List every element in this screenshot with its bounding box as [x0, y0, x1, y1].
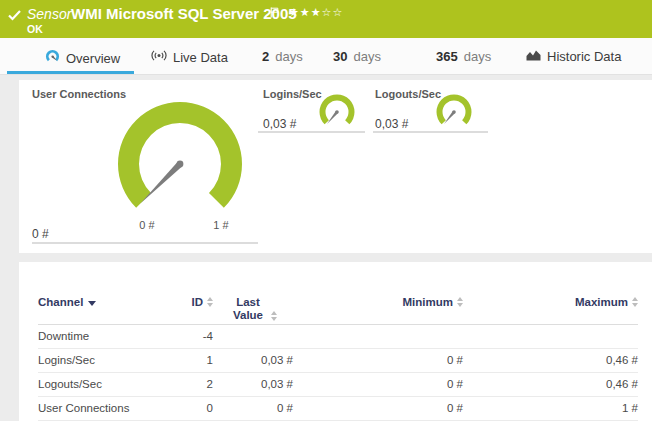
column-header-last-value-label: Last Value [229, 296, 267, 322]
logins-sec-value: 0,03 # [263, 117, 296, 131]
maximum-cell [463, 324, 638, 348]
tab-365-days-label: days [464, 49, 491, 64]
table-row-user-connections[interactable]: User Connections 0 0 # 0 # 1 # [38, 396, 638, 420]
sort-icon [271, 311, 277, 321]
tab-historic-data[interactable]: Historic Data [526, 49, 621, 64]
tab-2-days-label: days [275, 49, 302, 64]
status-badge: OK [27, 23, 43, 35]
tab-30-days-label: days [353, 49, 380, 64]
column-header-minimum-label: Minimum [403, 296, 453, 308]
maximum-cell: 0,46 # [463, 372, 638, 396]
column-header-maximum[interactable]: Maximum [463, 280, 638, 324]
prtg-sensor-overview-page: { "header": { "kind": "Sensor", "title":… [0, 0, 652, 421]
minimum-cell: 0 # [293, 372, 463, 396]
last-value-cell: 0 # [213, 396, 293, 420]
minimum-cell: 0 # [293, 348, 463, 372]
gauge-icon [45, 49, 60, 67]
column-header-minimum[interactable]: Minimum [293, 280, 463, 324]
tab-2-days[interactable]: 2 days [262, 49, 303, 64]
gauge-needle [140, 162, 182, 204]
id-cell: 2 [168, 372, 213, 396]
minimum-cell [293, 324, 463, 348]
id-cell: -4 [168, 324, 213, 348]
tab-overview-label: Overview [66, 51, 120, 66]
column-header-last-value[interactable]: Last Value [213, 280, 293, 324]
column-header-id[interactable]: ID [168, 280, 213, 324]
stars-filled[interactable]: ★★★ [289, 6, 322, 19]
logouts-sec-value: 0,03 # [375, 117, 408, 131]
tab-30-days[interactable]: 30 days [333, 49, 381, 64]
tab-live-data[interactable]: Live Data [151, 49, 228, 65]
channel-name-cell[interactable]: Logouts/Sec [38, 372, 168, 396]
column-header-channel-label: Channel [38, 296, 83, 308]
tile-divider [32, 242, 258, 244]
active-tab-indicator [7, 71, 134, 74]
last-value-cell [213, 324, 293, 348]
sort-icon [632, 297, 638, 307]
sensor-kind-label: Sensor [27, 6, 71, 22]
last-value-cell: 0,03 # [213, 348, 293, 372]
tab-bar: Overview Live Data 2 days 30 days 365 da… [0, 38, 652, 75]
stars-empty[interactable]: ☆☆ [322, 6, 344, 19]
column-header-channel[interactable]: Channel [38, 280, 168, 324]
column-header-maximum-label: Maximum [575, 296, 628, 308]
tab-overview[interactable]: Overview [45, 49, 120, 67]
channel-name-cell[interactable]: User Connections [38, 396, 168, 420]
channels-table-panel: Channel ID Last Value Minimum Maximum Do… [19, 262, 652, 421]
maximum-cell: 1 # [463, 396, 638, 420]
tab-2-days-number: 2 [262, 49, 269, 64]
id-cell: 0 [168, 396, 213, 420]
column-header-id-label: ID [192, 296, 204, 308]
tab-historic-data-label: Historic Data [547, 49, 621, 64]
table-header-row: Channel ID Last Value Minimum Maximum [38, 280, 638, 324]
tab-365-days-number: 365 [436, 49, 458, 64]
gauge-arc [437, 94, 472, 124]
id-cell: 1 [168, 348, 213, 372]
area-chart-icon [526, 49, 541, 64]
logins-sec-label: Logins/Sec [263, 88, 322, 100]
sort-desc-icon [88, 301, 96, 306]
user-connections-label: User Connections [32, 88, 126, 100]
user-connections-gauge [115, 100, 245, 219]
status-ok-check-icon [8, 7, 21, 25]
user-connections-value: 0 # [32, 227, 49, 241]
logouts-sec-label: Logouts/Sec [375, 88, 441, 100]
table-row-logouts-sec[interactable]: Logouts/Sec 2 0,03 # 0 # 0,46 # [38, 372, 638, 396]
channel-name-cell[interactable]: Logins/Sec [38, 348, 168, 372]
tab-live-data-label: Live Data [173, 50, 228, 65]
maximum-cell: 0,46 # [463, 348, 638, 372]
tab-365-days[interactable]: 365 days [436, 49, 491, 64]
sort-icon [457, 297, 463, 307]
sensor-header-bar: Sensor WMI Microsoft SQL Server 2005 ★★★… [0, 0, 652, 38]
user-connections-scale-max: 1 # [206, 219, 236, 231]
minimum-cell: 0 # [293, 396, 463, 420]
user-connections-scale-min: 0 # [132, 219, 162, 231]
gauge-arc [118, 102, 242, 208]
sort-icon [207, 297, 213, 307]
channel-name-cell[interactable]: Downtime [38, 324, 168, 348]
live-icon [151, 49, 167, 65]
tab-30-days-number: 30 [333, 49, 347, 64]
tile-divider [258, 131, 365, 133]
table-row-logins-sec[interactable]: Logins/Sec 1 0,03 # 0 # 0,46 # [38, 348, 638, 372]
star-rating[interactable]: ★★★☆☆ [289, 6, 343, 19]
gauge-arc [320, 94, 355, 124]
last-value-cell: 0,03 # [213, 372, 293, 396]
overview-gauges-panel: User Connections 0 # 1 # 0 # Logins/Sec … [19, 80, 652, 253]
table-row-downtime[interactable]: Downtime -4 [38, 324, 638, 348]
priority-flag-icon[interactable] [270, 4, 279, 22]
channels-table: Channel ID Last Value Minimum Maximum Do… [38, 280, 638, 421]
tile-divider [373, 131, 488, 133]
sensor-title: WMI Microsoft SQL Server 2005 [71, 5, 297, 22]
